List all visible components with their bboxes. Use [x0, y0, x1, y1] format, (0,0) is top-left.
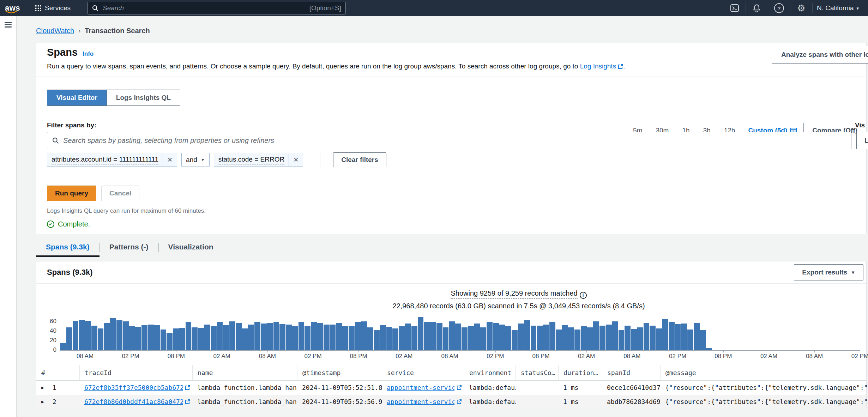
histogram-bar — [167, 333, 173, 350]
open-menu-button[interactable] — [5, 22, 12, 28]
histogram-bar — [374, 330, 380, 350]
column-header-traceId[interactable]: traceId — [79, 365, 192, 380]
filter-token-account-id[interactable]: attributes.account.id = 111111111111 ✕ — [47, 153, 177, 167]
expand-row-icon[interactable]: ▶ — [41, 385, 44, 390]
grid-icon — [35, 5, 41, 11]
histogram-bar — [675, 324, 681, 350]
analyze-spans-button[interactable]: Analyze spans with other lo — [772, 46, 868, 64]
histogram-bar — [273, 322, 279, 350]
x-axis-label: 02 PM — [669, 353, 686, 360]
histogram-bar — [236, 323, 242, 350]
tab-visualization[interactable]: Visualization — [158, 237, 223, 257]
cell-num: ▶1 — [36, 384, 79, 391]
info-link[interactable]: Info — [83, 50, 94, 58]
cancel-button[interactable]: Cancel — [101, 186, 139, 201]
global-search-input[interactable] — [102, 4, 306, 12]
histogram-bar — [405, 324, 411, 350]
breadcrumb-cloudwatch-link[interactable]: CloudWatch — [36, 27, 74, 35]
help-button[interactable]: ? — [768, 0, 790, 16]
y-axis-label: 20 — [46, 337, 56, 344]
column-header-duration[interactable]: duration… — [558, 365, 602, 380]
filter-token-status-code[interactable]: status.code = ERROR ✕ — [214, 153, 303, 167]
run-query-button[interactable]: Run query — [47, 186, 96, 201]
histogram-bar — [66, 327, 72, 350]
histogram-bar — [261, 324, 267, 350]
column-header-spanId[interactable]: spanId — [602, 365, 660, 380]
y-axis-label: 60 — [46, 318, 56, 325]
tab-patterns[interactable]: Patterns (-) — [100, 237, 158, 257]
x-axis-tick — [723, 351, 724, 352]
y-axis-label: 40 — [46, 327, 56, 334]
column-header-environment[interactable]: environment — [464, 365, 516, 380]
chevron-down-icon: ▾ — [856, 6, 859, 11]
service-link[interactable]: appointment-service-get — [387, 398, 454, 405]
traceId-link[interactable]: 672ef8b35ff37e5000cb5ab6726ad522 — [84, 384, 183, 391]
filter-input-row: Li — [47, 132, 866, 149]
x-axis-tick — [358, 351, 359, 352]
expand-row-icon[interactable]: ▶ — [41, 399, 44, 404]
x-axis-label: 08 PM — [715, 353, 732, 360]
histogram-bar — [493, 323, 499, 350]
export-results-button[interactable]: Export results ▼ — [794, 264, 863, 280]
remove-token-button[interactable]: ✕ — [289, 153, 303, 167]
histogram-bar — [700, 330, 706, 350]
settings-button[interactable]: ⚙ — [790, 0, 812, 16]
cell-name: lambda_function.lambda_handl… — [192, 384, 297, 391]
screen: aws Services [Option+S] — [0, 0, 868, 417]
histogram-bar — [229, 321, 235, 350]
histogram-bar — [706, 348, 712, 350]
clear-filters-button[interactable]: Clear filters — [333, 152, 386, 167]
region-label: N. California — [817, 4, 854, 12]
traceId-link[interactable]: 672ef8b86d0bddf41ac86a0472656bdd — [84, 398, 183, 405]
cell-name: lambda_function.lambda_handl… — [192, 398, 297, 405]
column-header-name[interactable]: name — [192, 365, 297, 380]
log-insights-link[interactable]: Log Insights — [580, 62, 623, 70]
visualize-line-button[interactable]: Li — [856, 132, 868, 149]
column-header-statusCode[interactable]: statusCo… — [516, 365, 558, 380]
column-header-timestamp[interactable]: @timestamp — [297, 365, 382, 380]
histogram-bar — [85, 321, 91, 350]
token-connector-dropdown[interactable]: and ▼ — [181, 153, 210, 167]
histogram-bar — [211, 326, 217, 350]
x-axis-label: 08 PM — [350, 353, 367, 360]
x-axis-tick — [586, 351, 587, 352]
chevron-down-icon: ▼ — [851, 270, 855, 275]
column-header-num[interactable]: # — [36, 365, 79, 380]
x-axis-tick — [678, 351, 678, 352]
column-header-service[interactable]: service — [382, 365, 464, 380]
x-axis-tick — [222, 351, 222, 352]
logs-insights-ql-tab[interactable]: Logs Insights QL — [107, 90, 180, 105]
histogram-bar — [568, 327, 574, 350]
cell-num: ▶2 — [36, 398, 79, 405]
notifications-button[interactable] — [746, 0, 768, 16]
region-selector[interactable]: N. California ▾ — [813, 4, 863, 12]
remove-token-button[interactable]: ✕ — [163, 153, 177, 167]
column-header-message[interactable]: @message — [660, 365, 868, 380]
x-axis-tick — [860, 351, 860, 352]
cell-timestamp: 2024-11-09T05:52:51.8… — [297, 384, 382, 391]
bell-icon — [752, 4, 761, 13]
histogram-bar — [644, 323, 650, 350]
x-axis-label: 02 AM — [760, 353, 777, 360]
aws-logo[interactable]: aws — [5, 4, 20, 13]
global-search[interactable]: [Option+S] — [88, 2, 346, 14]
service-link[interactable]: appointment-service-get — [387, 384, 454, 391]
span-filter-input[interactable] — [62, 136, 846, 145]
breadcrumb-separator: › — [78, 27, 80, 35]
histogram-bar — [110, 318, 116, 350]
histogram-bar — [342, 326, 348, 350]
info-icon[interactable]: i — [580, 292, 587, 299]
query-status-text: Complete. — [58, 220, 90, 228]
histogram-bar — [286, 325, 292, 350]
services-menu[interactable]: Services — [28, 0, 78, 16]
histogram-bar — [217, 322, 223, 350]
visual-editor-tab[interactable]: Visual Editor — [47, 90, 107, 105]
cloudshell-button[interactable] — [724, 0, 746, 16]
chevron-down-icon: ▼ — [201, 157, 205, 162]
histogram-bar — [474, 324, 480, 350]
histogram-bar — [487, 322, 493, 350]
histogram-bar — [179, 328, 185, 350]
success-check-icon: ✓ — [47, 220, 54, 228]
token-text: attributes.account.id = 111111111111 — [52, 156, 158, 164]
tab-spans[interactable]: Spans (9.3k) — [36, 237, 100, 257]
